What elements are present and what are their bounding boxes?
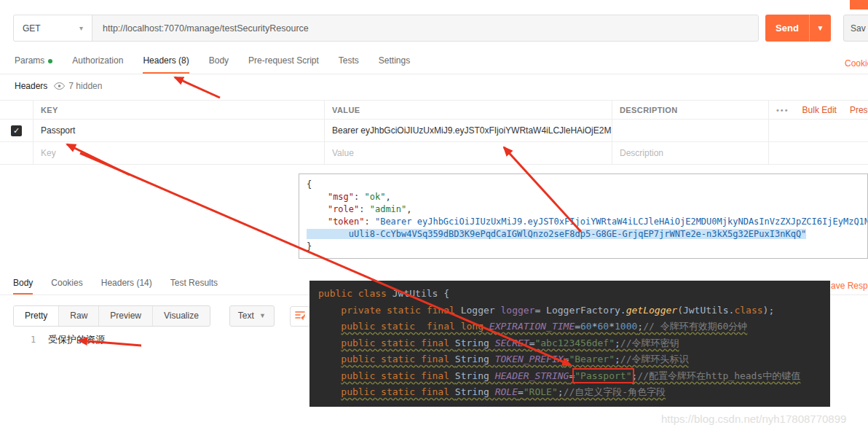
method-label: GET: [23, 23, 41, 34]
format-dropdown[interactable]: Text ▼: [229, 305, 275, 327]
header-key-cell[interactable]: Passport: [33, 120, 324, 141]
tab-headers[interactable]: Headers (8): [143, 55, 189, 74]
cookies-link[interactable]: Cookie: [845, 58, 868, 69]
table-header-row: KEY VALUE DESCRIPTION ••• Bulk Edit Pres: [0, 100, 868, 120]
table-placeholder-row: Key Value Description: [0, 142, 868, 165]
view-preview-button[interactable]: Preview: [99, 306, 153, 326]
view-mode-group: Pretty Raw Preview Visualize: [13, 305, 210, 327]
save-label: Sav: [851, 23, 866, 34]
table-row: ✓ Passport Bearer eyJhbGciOiJIUzUxMiJ9.e…: [0, 120, 868, 142]
code-line: public static final String ROLE="ROLE";/…: [318, 384, 830, 401]
top-right-fragment: [850, 0, 868, 9]
key-input[interactable]: Key: [33, 142, 324, 164]
url-value: http://localhost:7070/manage/testSecurit…: [103, 23, 309, 34]
tab-params[interactable]: Params: [15, 55, 52, 74]
code-line: {: [307, 179, 867, 191]
code-line: public static final String SECRET="abc12…: [318, 335, 830, 352]
code-line: public static final String TOKEN_PREFIX=…: [318, 351, 830, 368]
code-line: public static final String HEADER_STRING…: [318, 368, 830, 385]
key-column-header: KEY: [33, 101, 324, 119]
watermark-text: https://blog.csdn.net/nyh17808770899: [661, 413, 846, 425]
response-tab-test-results[interactable]: Test Results: [170, 278, 218, 294]
code-line: }: [307, 241, 867, 253]
response-json-popup: { "msg": "ok", "role": "admin", "token":…: [299, 173, 868, 259]
value-column-header: VALUE: [324, 101, 612, 119]
method-dropdown[interactable]: GET ▾: [14, 15, 92, 41]
tab-authorization[interactable]: Authorization: [72, 55, 123, 74]
send-label: Send: [765, 15, 809, 42]
placeholder-actions: [768, 142, 868, 164]
request-url-bar: GET ▾ http://localhost:7070/manage/testS…: [13, 15, 759, 42]
params-green-dot-icon: [48, 59, 52, 63]
ide-code-snippet: public class JwtUtils { private static f…: [309, 281, 830, 407]
chevron-down-icon: ▾: [79, 24, 83, 32]
response-body-text: 受保护的资源: [48, 333, 105, 346]
save-response-link[interactable]: ave Resp: [831, 281, 868, 291]
code-line: public static final long EXPIRATION_TIME…: [318, 319, 830, 335]
request-tabs: Params Authorization Headers (8) Body Pr…: [0, 55, 868, 74]
headers-meta-row: Headers 7 hidden: [15, 81, 102, 91]
url-input[interactable]: http://localhost:7070/manage/testSecurit…: [92, 15, 758, 41]
hidden-headers-toggle[interactable]: 7 hidden: [54, 81, 102, 91]
view-raw-button[interactable]: Raw: [59, 306, 99, 326]
code-line: "token": "Bearer eyJhbGciOiJIUzUxMiJ9.ey…: [307, 216, 867, 228]
response-tab-cookies[interactable]: Cookies: [51, 278, 82, 294]
headers-section-title: Headers: [15, 81, 47, 91]
value-input[interactable]: Value: [324, 142, 612, 164]
wrap-text-button[interactable]: [290, 306, 310, 327]
code-line: "role": "admin",: [307, 203, 867, 216]
arrow-to-headers-tab: [175, 77, 220, 98]
more-actions-icon[interactable]: •••: [776, 106, 789, 114]
send-button[interactable]: Send ▼: [765, 15, 831, 42]
response-line-number: 1: [31, 335, 36, 345]
tab-params-label: Params: [15, 55, 44, 66]
header-value-cell[interactable]: Bearer eyJhbGciOiJIUzUxMiJ9.eyJST0xFIjoi…: [324, 120, 612, 141]
wrap-text-icon: [294, 309, 306, 324]
response-tab-body[interactable]: Body: [13, 278, 33, 294]
chevron-down-icon: ▼: [259, 306, 266, 326]
description-column-header: DESCRIPTION: [612, 101, 768, 119]
tab-pre-request-script[interactable]: Pre-request Script: [248, 55, 319, 74]
tab-tests[interactable]: Tests: [339, 55, 359, 74]
presets-link[interactable]: Pres: [850, 105, 868, 115]
format-label: Text: [238, 306, 254, 326]
code-line: public class JwtUtils {: [318, 286, 830, 303]
code-line: private static final Logger logger= Logg…: [318, 303, 830, 319]
send-options-caret-icon[interactable]: ▼: [809, 15, 831, 42]
eye-icon: [54, 82, 65, 90]
tab-settings[interactable]: Settings: [379, 55, 410, 74]
row-actions: [768, 120, 868, 141]
bulk-edit-link[interactable]: Bulk Edit: [802, 105, 837, 115]
view-visualize-button[interactable]: Visualize: [153, 306, 210, 326]
tab-body[interactable]: Body: [209, 55, 229, 74]
response-tab-headers[interactable]: Headers (14): [101, 278, 152, 294]
response-view-toolbar: Pretty Raw Preview Visualize Text ▼: [13, 305, 310, 327]
code-line: uUli8-CcYbw4VSq359dBD3K9ePqdCaIGWlQnzo2s…: [307, 228, 867, 241]
row-checkbox[interactable]: ✓: [11, 125, 22, 136]
headers-table: KEY VALUE DESCRIPTION ••• Bulk Edit Pres…: [0, 100, 868, 165]
hidden-count-label: 7 hidden: [68, 81, 102, 91]
header-description-cell[interactable]: [612, 120, 768, 141]
save-button[interactable]: Sav: [843, 15, 868, 42]
code-line: "msg": "ok",: [307, 191, 867, 203]
description-input[interactable]: Description: [612, 142, 768, 164]
table-actions: ••• Bulk Edit Pres: [768, 101, 868, 119]
view-pretty-button[interactable]: Pretty: [14, 306, 59, 326]
